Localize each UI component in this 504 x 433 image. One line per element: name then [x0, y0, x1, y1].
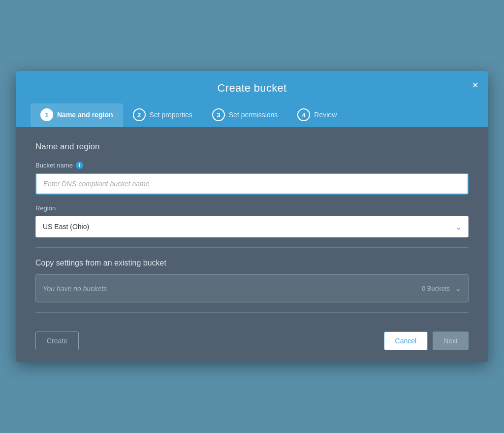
- step-3[interactable]: 3 Set permissions: [202, 103, 288, 127]
- region-select-wrapper: US East (Ohio) US East (N. Virginia) US …: [35, 216, 469, 237]
- footer-button-group: Cancel Next: [384, 332, 469, 350]
- copy-bucket-count: 0 Buckets: [422, 285, 450, 292]
- step-3-circle: 3: [212, 108, 225, 121]
- modal-footer: Create Cancel Next: [16, 332, 488, 362]
- steps-row: 1 Name and region 2 Set properties 3 Set…: [31, 103, 473, 127]
- modal-header: Create bucket × 1 Name and region 2 Set …: [16, 71, 488, 127]
- bucket-name-label: Bucket name i: [35, 162, 469, 169]
- step-2-circle: 2: [133, 108, 146, 121]
- step-4-circle: 4: [297, 108, 310, 121]
- step-2-label: Set properties: [150, 111, 192, 119]
- step-1[interactable]: 1 Name and region: [31, 103, 123, 127]
- cancel-button[interactable]: Cancel: [384, 332, 428, 350]
- copy-section-title: Copy settings from an existing bucket: [35, 259, 469, 267]
- bottom-divider: [35, 312, 469, 313]
- step-1-circle: 1: [40, 108, 53, 121]
- modal-title: Create bucket: [218, 82, 287, 95]
- title-row: Create bucket: [31, 82, 473, 103]
- copy-bucket-chevron-icon: ⌄: [455, 284, 461, 293]
- copy-bucket-selector[interactable]: You have no buckets 0 Buckets ⌄: [35, 274, 469, 302]
- bucket-name-input[interactable]: [35, 173, 469, 195]
- step-2[interactable]: 2 Set properties: [123, 103, 202, 127]
- divider: [35, 247, 469, 248]
- modal-body: Name and region Bucket name i Region US …: [16, 127, 488, 332]
- copy-bucket-placeholder: You have no buckets: [43, 285, 107, 293]
- region-select[interactable]: US East (Ohio) US East (N. Virginia) US …: [35, 216, 469, 237]
- step-4[interactable]: 4 Review: [287, 103, 346, 127]
- next-button[interactable]: Next: [433, 332, 469, 350]
- create-button[interactable]: Create: [35, 332, 79, 350]
- step-1-label: Name and region: [57, 111, 113, 119]
- step-4-label: Review: [314, 111, 337, 119]
- step-3-label: Set permissions: [229, 111, 278, 119]
- section-title: Name and region: [35, 142, 469, 152]
- region-label: Region: [35, 204, 469, 212]
- copy-bucket-right: 0 Buckets ⌄: [422, 284, 461, 293]
- close-button[interactable]: ×: [472, 80, 478, 91]
- bucket-name-info-icon[interactable]: i: [76, 162, 83, 169]
- create-bucket-modal: Create bucket × 1 Name and region 2 Set …: [16, 71, 488, 362]
